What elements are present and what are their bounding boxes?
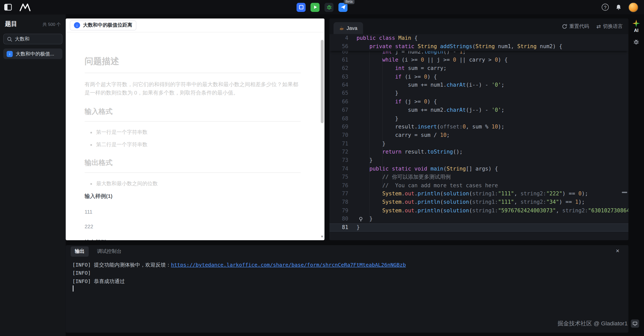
line-number[interactable]: 66	[329, 98, 348, 106]
line-number[interactable]: 80	[329, 215, 348, 223]
line-number[interactable]: 76	[329, 181, 348, 190]
overview-ruler-mark	[622, 192, 627, 193]
code-text: int j = num2.length() - 1;	[348, 51, 466, 52]
code-text: // 你可以添加更多测试用例	[348, 173, 451, 181]
line-number[interactable]: 56	[329, 43, 348, 51]
switch-language-button[interactable]: ⇄ 切换语言	[596, 23, 623, 30]
layout-icon	[298, 5, 304, 10]
problem-bullet: 第一行是一个字符串数	[96, 129, 301, 136]
sidebar-toggle-icon	[4, 3, 12, 11]
code-text: }	[348, 139, 385, 148]
code-text: System.out.println(solution(string1:"597…	[348, 207, 628, 215]
line-number[interactable]: 71	[329, 139, 348, 148]
code-line[interactable]: 4public class Main {	[329, 34, 629, 43]
console-link[interactable]: https://bytedance.larkoffice.com/share/b…	[171, 262, 406, 268]
code-line[interactable]: 61 while (i >= 0 || j >= 0 || carry > 0)…	[329, 56, 629, 64]
code-line[interactable]: 63 if (i >= 0) {	[329, 72, 629, 81]
code-text: public class Main {	[348, 34, 417, 43]
tab-debug-console[interactable]: 调试控制台	[97, 248, 121, 255]
problem-tab[interactable]: ↓ 大数和中的极值位距离	[70, 20, 137, 30]
code-line[interactable]: 73 }	[329, 156, 629, 165]
problem-section-heading: 输入格式	[85, 107, 301, 121]
code-line[interactable]: 66 if (j >= 0) {	[329, 98, 629, 106]
close-console-button[interactable]: ×	[616, 247, 619, 254]
log-level: [INFO]	[72, 262, 91, 268]
ai-assistant-button[interactable]: AI	[632, 19, 640, 33]
line-number[interactable]: 4	[329, 34, 348, 43]
code-line[interactable]: 68 }	[329, 114, 629, 123]
scrollbar-thumb[interactable]	[321, 40, 324, 123]
code-line[interactable]: 71 }	[329, 139, 629, 148]
line-number[interactable]: 69	[329, 123, 348, 131]
play-icon	[313, 5, 317, 9]
sample-label: 输入样例(1)	[85, 193, 301, 200]
line-number[interactable]: 77	[329, 190, 348, 198]
code-line[interactable]: 72 return result.toString();	[329, 148, 629, 156]
line-number[interactable]: 78	[329, 198, 348, 207]
sample-label: 输出样例(1)	[85, 239, 301, 240]
line-number[interactable]: 73	[329, 156, 348, 165]
code-line[interactable]: 69 result.insert(offset:0, sum % 10);	[329, 123, 629, 131]
lightbulb-glyph	[358, 216, 363, 222]
scroll-down-icon[interactable]: ▼	[320, 235, 324, 239]
notifications-button[interactable]	[615, 4, 622, 10]
code-line[interactable]: 77 System.out.println(solution(string1:"…	[329, 190, 629, 198]
code-editor[interactable]: 4public class Main {56 private static St…	[329, 34, 629, 240]
code-line[interactable]: 75 // 你可以添加更多测试用例	[329, 173, 629, 181]
line-number[interactable]: 79	[329, 207, 348, 215]
tab-output[interactable]: 输出	[71, 246, 89, 257]
console-caret	[73, 285, 73, 291]
search-input[interactable]	[15, 36, 59, 42]
reset-code-button[interactable]: 重置代码	[562, 23, 589, 30]
debug-tool-button[interactable]	[633, 39, 639, 47]
avatar[interactable]	[629, 2, 638, 12]
code-line[interactable]: 78 System.out.println(solution(string1:"…	[329, 198, 629, 207]
line-number[interactable]: 75	[329, 173, 348, 181]
line-number[interactable]: 62	[329, 64, 348, 72]
code-line[interactable]: 67 sum += num2.charAt(j--) - '0';	[329, 106, 629, 114]
code-line[interactable]: 56 private static String addStrings(Stri…	[329, 43, 629, 51]
line-number[interactable]: 67	[329, 106, 348, 114]
line-number[interactable]: 65	[329, 89, 348, 98]
code-line[interactable]: 65 }	[329, 89, 629, 98]
bug-icon	[326, 4, 332, 10]
log-message: 提交功能内测体验中，欢迎反馈：	[91, 262, 171, 268]
layout-button[interactable]	[297, 3, 306, 12]
sidebar-toggle-button[interactable]	[4, 3, 12, 11]
lightbulb-icon[interactable]	[358, 216, 364, 222]
code-line[interactable]: 79 System.out.println(solution(string1:"…	[329, 207, 629, 215]
console-header: 输出 调试控制台 ×	[66, 245, 628, 257]
run-button[interactable]	[310, 3, 320, 12]
problem-tab-title: 大数和中的极值位距离	[83, 22, 132, 29]
app: Beta ? 题目 共 500 个 ↓ 大	[0, 0, 644, 336]
code-line[interactable]: 64 sum += num1.charAt(i--) - '0';	[329, 81, 629, 89]
problem-count: 共 500 个	[43, 22, 61, 28]
code-line[interactable]: 60 int j = num2.length() - 1;	[329, 51, 629, 56]
code-line[interactable]: 81}	[329, 223, 629, 232]
submit-button-wrap: Beta	[338, 3, 347, 12]
line-number[interactable]: 70	[329, 131, 348, 139]
line-number[interactable]: 81	[329, 223, 348, 232]
line-number[interactable]: 63	[329, 72, 348, 81]
code-line[interactable]: 80 }	[329, 215, 629, 223]
language-tab[interactable]: ☕ Java	[334, 22, 363, 34]
sidebar-item-problem[interactable]: ↓ 大数和中的极值...	[3, 48, 62, 59]
code-text: if (j >= 0) {	[348, 98, 437, 106]
line-number[interactable]: 74	[329, 165, 348, 173]
help-button[interactable]: ?	[602, 4, 609, 11]
line-number[interactable]: 60	[329, 51, 348, 52]
sidebar: 题目 共 500 个 ↓ 大数和中的极值...	[0, 14, 66, 336]
code-line[interactable]: 74 public static void main(String[] args…	[329, 165, 629, 173]
line-number[interactable]: 64	[329, 81, 348, 89]
line-number[interactable]: 61	[329, 56, 348, 64]
code-line[interactable]: 62 int sum = carry;	[329, 64, 629, 72]
screen-button[interactable]	[631, 320, 639, 328]
debug-button[interactable]	[324, 3, 334, 12]
app-logo[interactable]	[19, 3, 31, 12]
search-box[interactable]	[3, 34, 62, 44]
code-line[interactable]: 76 // You can add more test cases here	[329, 181, 629, 190]
code-text: private static String addStrings(String …	[348, 43, 562, 51]
code-line[interactable]: 70 carry = sum / 10;	[329, 131, 629, 139]
line-number[interactable]: 68	[329, 114, 348, 123]
line-number[interactable]: 72	[329, 148, 348, 156]
